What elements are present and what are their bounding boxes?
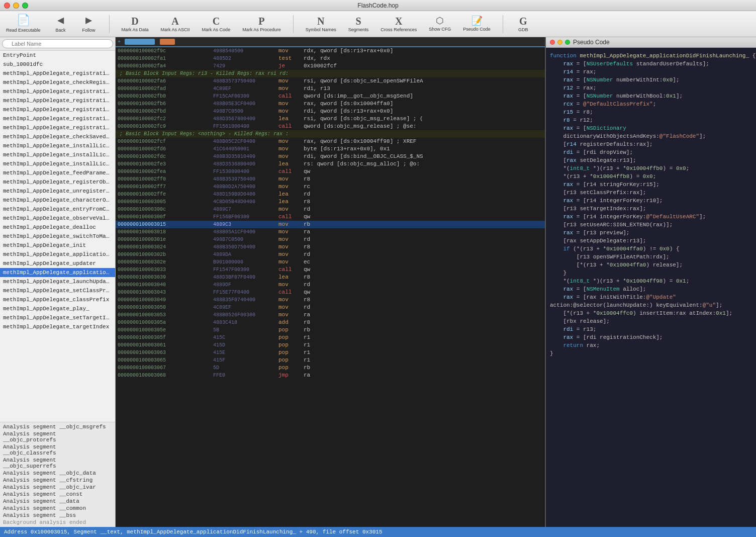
disasm-row[interactable]: 0000000100003043 FF15E77F0400 call qw — [116, 289, 545, 296]
analysis-item[interactable]: Analysis segment __objc_ivar — [0, 484, 115, 491]
close-button[interactable] — [4, 3, 10, 9]
analysis-item[interactable]: Analysis segment __objc_data — [0, 470, 115, 477]
disasm-row[interactable]: 0000000100002ffe 488D159B9D0400 lea rd — [116, 191, 545, 198]
list-item[interactable]: methImpl_AppDelegate_play_ — [0, 304, 115, 313]
disasm-row[interactable]: 000000010000300f FF156BF00300 call qw — [116, 213, 545, 221]
list-item[interactable]: methImpl_AppDelegate_installLicenseA... — [0, 159, 115, 168]
analysis-item[interactable]: Analysis segment __objc_msgrefs — [0, 423, 115, 430]
disasm-row[interactable]: 0000000100002fd6 41C644050001 mov byte [… — [116, 145, 545, 153]
list-item[interactable]: methImpl_AppDelegate_setTargetIndex_... — [0, 313, 115, 322]
disasm-row[interactable]: 000000010000305f 415C pop r1 — [116, 334, 545, 341]
disasm-add-button[interactable]: + — [118, 39, 121, 45]
list-item[interactable]: methImpl_AppDelegate_registrationOrd... — [0, 96, 115, 105]
symbol-entry-point[interactable]: EntryPoint — [0, 51, 115, 60]
disasm-row[interactable]: 0000000100002fb0 FF15CAF00300 call qword… — [116, 93, 545, 100]
disasm-row-highlighted[interactable]: 0000000100003015 4889C3 mov rb — [116, 221, 545, 228]
toolbar-cross-refs[interactable]: X Cross References — [379, 15, 419, 33]
symbol-sub[interactable]: sub_10001dfc — [0, 60, 115, 69]
disasm-row[interactable]: 0000000100002ff0 488B3539750400 mov r8 — [116, 175, 545, 183]
list-item[interactable]: methImpl_AppDelegate_characterOfEntry... — [0, 196, 115, 205]
toolbar-sym-names[interactable]: N Symbol Names — [304, 15, 338, 33]
pseudo-min-button[interactable] — [557, 40, 562, 45]
disasm-row[interactable]: 0000000100003040 4889DF mov rd — [116, 281, 545, 289]
disasm-row[interactable]: 0000000100003005 4C8D05B48D0400 lea r8 — [116, 198, 545, 206]
list-item[interactable]: methImpl_AppDelegate_registrationData — [0, 105, 115, 114]
minimize-button[interactable] — [13, 3, 19, 9]
analysis-item[interactable]: Analysis segment __common — [0, 505, 115, 512]
analysis-item[interactable]: Analysis segment __cfstring — [0, 477, 115, 484]
toolbar-segments[interactable]: S Segments — [346, 15, 371, 33]
disasm-row[interactable]: 0000000100002fa6 488B3573750400 mov rsi,… — [116, 77, 545, 85]
toolbar-mark-code[interactable]: C Mark As Code — [200, 15, 233, 33]
list-item[interactable]: methImpl_AppDelegate_init — [0, 241, 115, 250]
disasm-row[interactable]: 0000000100002f9c 498B540500 mov rdx, qwo… — [116, 47, 545, 55]
disassembly-panel[interactable]: + 0000000100002f9c 498B540500 mov rdx, q… — [116, 37, 545, 527]
pseudo-close-button[interactable] — [550, 40, 555, 45]
list-item[interactable]: methImpl_AppDelegate_registrationOrderID — [0, 123, 115, 132]
list-item[interactable]: methImpl_AppDelegate_dealloc — [0, 223, 115, 232]
list-item[interactable]: methImpl_AppDelegate_feedParameter... — [0, 168, 115, 177]
toolbar-mark-data[interactable]: D Mark As Data — [120, 15, 151, 33]
disasm-row[interactable]: 0000000100003039 488D3BF07F0400 lea r8 — [116, 274, 545, 281]
symbol-selected[interactable]: methImpl_AppDelegate_applicationDid... — [0, 268, 115, 277]
pseudo-max-button[interactable] — [565, 40, 570, 45]
analysis-item[interactable]: Analysis segment __objc_superrefs — [0, 457, 115, 470]
disasm-row[interactable]: 0000000100002fa1 4885D2 test rdx, rdx — [116, 55, 545, 62]
disasm-row[interactable]: 0000000100003049 488B35F0740400 mov r8 — [116, 296, 545, 304]
disasm-row[interactable]: 0000000100002fb6 488B05E3CF0400 mov rax,… — [116, 100, 545, 108]
disasm-row[interactable]: 0000000100002ff7 488B0D2A750400 mov rc — [116, 183, 545, 191]
list-item[interactable]: methImpl_AppDelegate_installLicenseA... — [0, 150, 115, 159]
analysis-item[interactable]: Analysis segment __const — [0, 491, 115, 498]
disasm-row[interactable]: 0000000100002fbd 498B7C0500 mov rdi, qwo… — [116, 108, 545, 115]
disasm-row[interactable]: 0000000100002fc9 FF1561800400 call qword… — [116, 123, 545, 130]
analysis-item[interactable]: Analysis segment __bss — [0, 512, 115, 519]
disasm-row[interactable]: 0000000100003018 488B05A1CF0400 mov ra — [116, 228, 545, 236]
disasm-row[interactable]: 0000000100003067 5D pop rb — [116, 364, 545, 372]
list-item[interactable]: methImpl_AppDelegate_registrationName — [0, 114, 115, 123]
analysis-item[interactable]: Analysis segment __objc_classrefs — [0, 443, 115, 457]
disasm-row[interactable]: 0000000100002fcf 488B05C2CF0400 mov rax,… — [116, 138, 545, 145]
analysis-item[interactable]: Analysis segment __objc_protorefs — [0, 430, 115, 443]
disasm-row[interactable]: 0000000100002fad 4C89EF mov rdi, r13 — [116, 85, 545, 93]
list-item[interactable]: methImpl_AppDelegate_classPrefix — [0, 295, 115, 304]
disasm-row[interactable]: 0000000100002fa4 7429 je 0x10002fcf — [116, 62, 545, 70]
disasm-row[interactable]: 000000010000301e 498B7C0500 mov rd — [116, 236, 545, 243]
toolbar-show-cfg[interactable]: ⬡ Show CFG — [427, 16, 453, 33]
disasm-row[interactable]: 0000000100003068 FFE0 jmp ra — [116, 372, 545, 379]
disasm-row[interactable]: 0000000100003063 415E pop r1 — [116, 349, 545, 356]
disasm-row[interactable]: 000000010000300c 4889C7 mov rd — [116, 206, 545, 213]
disasm-row[interactable]: 0000000100003061 415D pop r1 — [116, 341, 545, 349]
list-item[interactable]: methImpl_AppDelegate_checkSavedReg... — [0, 132, 115, 141]
toolbar-follow[interactable]: ▶ Follow — [79, 15, 99, 34]
toolbar-mark-ascii[interactable]: A Mark As ASCII — [159, 15, 192, 33]
disasm-row[interactable]: 0000000100002fc2 488D3567800400 lea rsi,… — [116, 115, 545, 123]
disasm-row[interactable]: 0000000100002fea FF1530800400 call qw — [116, 168, 545, 175]
list-item[interactable]: methImpl_AppDelegate_installLicenseD... — [0, 141, 115, 150]
toolbar-read-executable[interactable]: 📄 Read Executable — [4, 15, 43, 34]
toolbar-back[interactable]: ◀ Back — [51, 15, 71, 34]
list-item[interactable]: methImpl_AppDelegate_checkRegistrati... — [0, 78, 115, 87]
list-item[interactable]: methImpl_AppDelegate_unregisterObs... — [0, 187, 115, 196]
list-item[interactable]: methImpl_AppDelegate_applicationWill... — [0, 250, 115, 259]
disasm-row[interactable]: 0000000100003053 488B0526F00300 mov ra — [116, 311, 545, 319]
toolbar-pseudo-code[interactable]: 📝 Pseudo Code — [461, 16, 493, 33]
maximize-button[interactable] — [22, 3, 28, 9]
list-item[interactable]: methImpl_AppDelegate_registerObserv... — [0, 177, 115, 187]
list-item[interactable]: methImpl_AppDelegate_updater — [0, 259, 115, 268]
list-item[interactable]: methImpl_AppDelegate_setClassPrefix_... — [0, 286, 115, 295]
list-item[interactable]: methImpl_AppDelegate_observeValueF... — [0, 214, 115, 223]
disasm-row[interactable]: 0000000100002fdc 488B3D35810400 mov rdi,… — [116, 153, 545, 160]
disasm-row[interactable]: 0000000100003033 FF1547F00300 call qw — [116, 266, 545, 274]
pseudo-code-content[interactable]: function methImpl_AppDelegate_applicatio… — [546, 48, 756, 527]
list-item[interactable]: methImpl_AppDelegate_registrationName... — [0, 87, 115, 96]
disasm-content[interactable]: 0000000100002f9c 498B540500 mov rdx, qwo… — [116, 47, 545, 527]
disasm-row[interactable]: 000000010000302b 4889DA mov rd — [116, 251, 545, 258]
list-item[interactable]: methImpl_AppDelegate_entryFromChar... — [0, 205, 115, 214]
list-item[interactable]: methImpl_AppDelegate_switchToMainC... — [0, 232, 115, 241]
symbols-search-input[interactable] — [2, 39, 113, 48]
disasm-row[interactable]: 000000010000302e B901000000 mov ec — [116, 258, 545, 266]
disasm-row[interactable]: 0000000100003024 488B350D750400 mov r8 — [116, 243, 545, 251]
disasm-row[interactable]: 0000000100003050 4C89EF mov rd — [116, 304, 545, 311]
list-item[interactable]: methImpl_AppDelegate_registrationPub... — [0, 69, 115, 78]
toolbar-gdb[interactable]: G GDB — [513, 15, 533, 33]
